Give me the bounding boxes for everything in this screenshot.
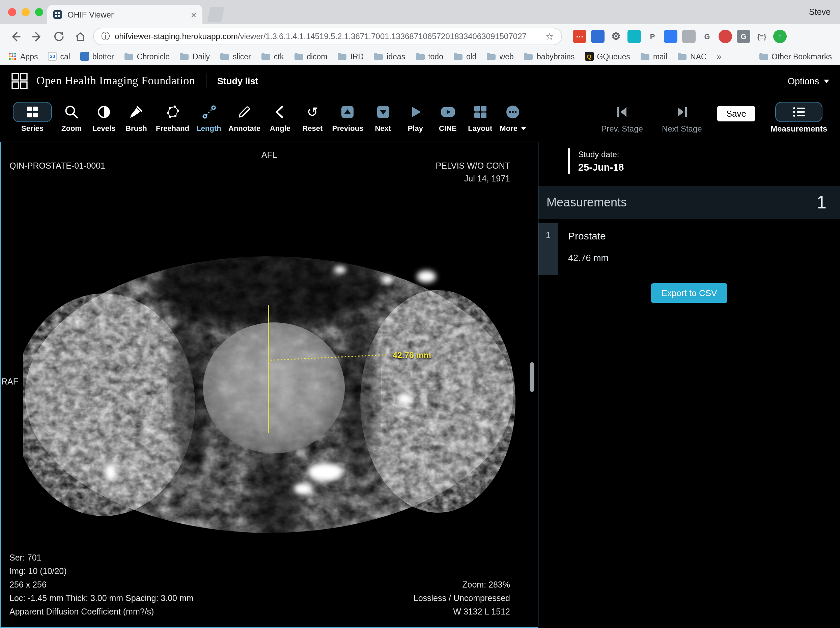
extension-icon[interactable]: ⋯: [573, 30, 586, 43]
tool-length[interactable]: Length: [193, 102, 225, 132]
bookmark-label: Chronicle: [137, 52, 170, 60]
bookmark-item[interactable]: slicer: [220, 52, 251, 60]
tool-levels[interactable]: Levels: [88, 102, 120, 132]
tool-cine[interactable]: CINE: [431, 102, 464, 132]
tool-previous[interactable]: Previous: [328, 102, 367, 132]
bookmark-item-cal[interactable]: 30 cal: [48, 52, 70, 61]
new-tab-button[interactable]: [207, 7, 225, 22]
bookmark-item[interactable]: dicom: [294, 52, 327, 60]
bookmark-label: Apps: [20, 52, 38, 60]
mri-image[interactable]: [23, 249, 515, 533]
measurement-line[interactable]: [268, 305, 269, 433]
tool-layout[interactable]: Layout: [464, 102, 496, 132]
tool-annotate[interactable]: Annotate: [225, 102, 264, 132]
play-icon: [407, 104, 423, 120]
study-list-link[interactable]: Study list: [217, 76, 258, 86]
series-frame: [13, 102, 52, 122]
minimize-window-button[interactable]: [22, 8, 30, 16]
close-window-button[interactable]: [8, 8, 16, 16]
export-to-csv-button[interactable]: Export to CSV: [651, 283, 727, 303]
bookmarks-overflow-chevron[interactable]: »: [717, 52, 721, 61]
browser-profile-name[interactable]: Steve: [809, 0, 831, 24]
tool-next[interactable]: Next: [367, 102, 399, 132]
measurements-count: 1: [816, 192, 826, 213]
series-grid-icon: [25, 104, 40, 119]
bookmark-item[interactable]: web: [487, 52, 514, 60]
measurements-frame: [775, 102, 823, 122]
extension-icon[interactable]: G: [737, 30, 750, 43]
bookmark-item-blotter[interactable]: blotter: [80, 52, 114, 61]
reload-icon[interactable]: [50, 28, 67, 45]
bookmark-item[interactable]: babybrains: [524, 52, 575, 60]
forward-icon[interactable]: [28, 28, 45, 45]
options-label: Options: [788, 76, 819, 86]
url-input[interactable]: ⓘ ohifviewer-staging.herokuapp.com/viewe…: [93, 28, 562, 45]
extension-icon[interactable]: [627, 30, 641, 43]
other-bookmarks[interactable]: Other Bookmarks: [759, 52, 832, 60]
extension-icon[interactable]: P: [646, 30, 659, 43]
bookmark-label: old: [466, 52, 477, 60]
browser-tabstrip: OHIF Viewer × Steve: [0, 0, 840, 24]
save-button[interactable]: Save: [718, 106, 755, 121]
bookmark-item[interactable]: Chronicle: [124, 52, 170, 60]
extension-icon[interactable]: [682, 30, 696, 43]
extension-icon[interactable]: G: [700, 30, 714, 43]
compression-info: Lossless / Uncompressed: [414, 592, 510, 605]
tab-favicon-icon: [53, 10, 62, 19]
tool-reset[interactable]: ↺ Reset: [296, 102, 328, 132]
extension-icon[interactable]: [718, 30, 732, 43]
bookmark-star-icon[interactable]: ☆: [545, 31, 554, 42]
viewport-scrollbar[interactable]: [530, 362, 534, 392]
options-menu[interactable]: Options: [788, 76, 829, 86]
length-icon: [201, 104, 217, 120]
tool-brush[interactable]: Brush: [120, 102, 153, 132]
back-icon[interactable]: [7, 28, 24, 45]
bookmark-label: IRD: [351, 52, 364, 60]
extension-icon[interactable]: [591, 30, 605, 43]
extension-icon[interactable]: {≡}: [755, 30, 769, 43]
measurement-row[interactable]: 1 Prostate 42.76 mm: [538, 223, 840, 275]
apps-grid-icon: [8, 52, 17, 61]
bookmark-item-gqueues[interactable]: Q GQueues: [585, 52, 630, 61]
next-stage-button[interactable]: Next Stage: [658, 102, 706, 134]
bookmark-item[interactable]: old: [453, 52, 477, 60]
bookmark-label: babybrains: [537, 52, 575, 60]
page-info-icon[interactable]: ⓘ: [101, 30, 110, 43]
extension-gear-icon[interactable]: ⚙: [609, 30, 623, 43]
tool-series[interactable]: Series: [9, 102, 55, 132]
prev-stage-button[interactable]: Prev. Stage: [598, 102, 646, 134]
bookmark-label: dicom: [307, 52, 327, 60]
bookmark-item[interactable]: IRD: [338, 52, 364, 60]
bookmark-item[interactable]: mail: [640, 52, 667, 60]
url-path: /viewer/1.3.6.1.4.1.14519.5.2.1.3671.700…: [238, 32, 527, 41]
toolbar: Series Zoom Levels Brush Freehand Length: [0, 97, 840, 142]
home-icon[interactable]: [71, 28, 88, 45]
browser-tab[interactable]: OHIF Viewer ×: [47, 5, 202, 24]
layout-icon: [472, 104, 488, 120]
bookmarks-bar: Apps 30 cal blotter Chronicle Daily slic…: [0, 49, 840, 65]
tool-zoom[interactable]: Zoom: [55, 102, 88, 132]
bookmark-item[interactable]: ideas: [374, 52, 405, 60]
bookmark-item[interactable]: Daily: [180, 52, 210, 60]
bookmark-item[interactable]: NAC: [677, 52, 707, 60]
bookmark-item[interactable]: todo: [415, 52, 443, 60]
measurement-label[interactable]: 42.76 mm: [393, 351, 431, 360]
image-viewport[interactable]: QIN-PROSTATE-01-0001 AFL PELVIS W/O CONT…: [0, 142, 538, 628]
tool-angle[interactable]: Angle: [264, 102, 296, 132]
tool-freehand[interactable]: Freehand: [153, 102, 193, 132]
bookmark-item-apps[interactable]: Apps: [8, 52, 38, 61]
tab-close-icon[interactable]: ×: [191, 10, 196, 19]
zoom-window-button[interactable]: [35, 8, 43, 16]
extension-icon[interactable]: ↑: [773, 30, 787, 43]
bookmark-label: GQueues: [597, 52, 630, 60]
measurements-button[interactable]: Measurements: [767, 102, 831, 134]
series-number: Ser: 701: [9, 551, 194, 565]
screen: OHIF Viewer × Steve ⓘ ohifviewer-staging…: [0, 0, 840, 628]
orientation-marker-left: RAF: [2, 376, 18, 388]
folder-icon: [220, 53, 229, 60]
tool-more[interactable]: More: [496, 102, 530, 132]
tool-play[interactable]: Play: [399, 102, 431, 132]
bookmark-item[interactable]: ctk: [261, 52, 284, 60]
extension-icon[interactable]: [664, 30, 677, 43]
image-number: Img: 10 (10/20): [9, 565, 194, 578]
